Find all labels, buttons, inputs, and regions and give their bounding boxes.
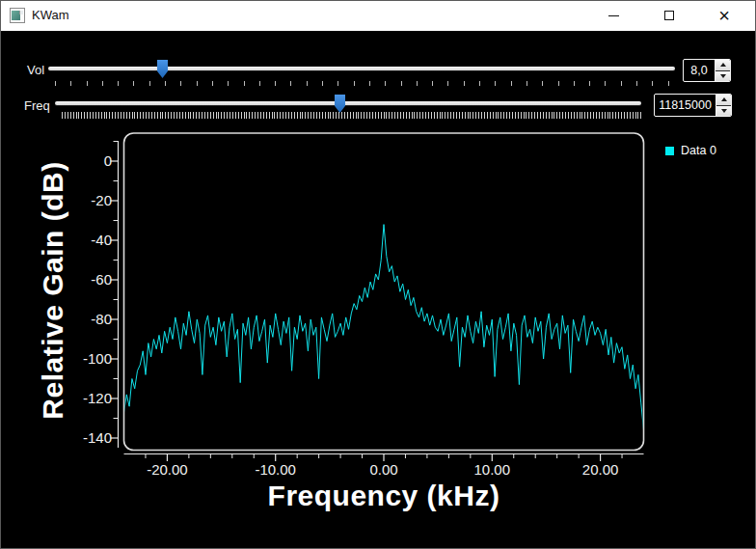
svg-text:-140: -140 <box>83 429 112 446</box>
legend-label-data0: Data 0 <box>681 144 716 157</box>
legend-swatch-data0 <box>665 147 674 155</box>
svg-text:10.00: 10.00 <box>474 461 511 478</box>
svg-text:-40: -40 <box>91 232 112 248</box>
svg-text:0: 0 <box>104 152 112 169</box>
svg-text:20.00: 20.00 <box>582 461 619 478</box>
svg-text:0.00: 0.00 <box>369 461 397 478</box>
svg-text:-80: -80 <box>91 311 112 327</box>
svg-text:-20: -20 <box>91 192 112 208</box>
x-axis-title: Frequency (kHz) <box>268 480 500 512</box>
svg-text:-60: -60 <box>91 271 112 288</box>
svg-text:-10.00: -10.00 <box>255 461 296 478</box>
spectrum-plot: 0-20-40-60-80-100-120-140-20.00-10.000.0… <box>0 0 756 549</box>
svg-text:-20.00: -20.00 <box>147 461 188 478</box>
svg-text:-100: -100 <box>83 350 112 367</box>
y-axis-title: Relative Gain (dB) <box>37 161 69 419</box>
plot-canvas <box>124 133 644 451</box>
svg-text:-120: -120 <box>83 390 112 406</box>
plot-legend: Data 0 <box>665 144 716 157</box>
